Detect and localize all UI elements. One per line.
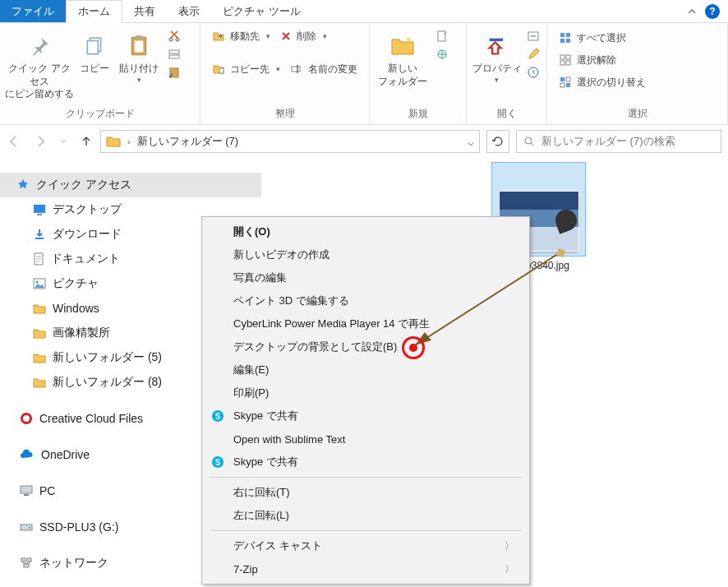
- svg-rect-41: [21, 558, 25, 562]
- svg-rect-10: [219, 68, 223, 73]
- copyto-icon: [212, 62, 225, 76]
- svg-text:S: S: [215, 458, 221, 467]
- newfolder-button[interactable]: 新しい フォルダー: [375, 26, 431, 88]
- invertselect-icon: [559, 76, 572, 89]
- history-icon[interactable]: [525, 64, 541, 81]
- paste-icon: [128, 30, 150, 62]
- ctx-rotate-left[interactable]: 左に回転(L): [204, 504, 528, 527]
- sidebar-item-label: 画像精製所: [53, 326, 110, 340]
- invertselect-label: 選択の切り替え: [577, 76, 646, 90]
- selectall-button[interactable]: すべて選択: [555, 28, 649, 48]
- tabs-bar: ファイル ホーム 共有 表示 ピクチャ ツール ?: [0, 0, 728, 23]
- edit-icon[interactable]: [525, 46, 541, 62]
- svg-rect-38: [24, 494, 29, 496]
- tab-share[interactable]: 共有: [122, 0, 167, 22]
- desktop-icon: [33, 204, 46, 215]
- svg-point-5: [169, 38, 173, 41]
- recent-dropdown-icon[interactable]: [59, 137, 67, 146]
- svg-rect-11: [292, 67, 300, 72]
- invertselect-button[interactable]: 選択の切り替え: [555, 72, 649, 92]
- ribbon: クイック アクセス にピン留めする コピー 貼り付け ▾ クリップ: [0, 23, 728, 125]
- svg-rect-8: [169, 55, 179, 58]
- refresh-button[interactable]: [486, 130, 509, 153]
- rename-label: 名前の変更: [308, 62, 357, 76]
- svg-rect-37: [21, 486, 32, 493]
- up-icon[interactable]: [79, 134, 94, 149]
- ctx-edit[interactable]: 編集(E): [204, 358, 528, 381]
- open-icon[interactable]: [525, 28, 541, 44]
- rename-button[interactable]: 名前の変更: [287, 59, 361, 79]
- selectnone-button[interactable]: 選択解除: [555, 50, 649, 70]
- properties-label: プロパティ: [472, 62, 522, 76]
- nav-row: › 新しいフォルダー (7) ⌵ 新しいフォルダー (7)の検索: [0, 125, 728, 158]
- tab-picture-tools[interactable]: ピクチャ ツール: [211, 0, 312, 22]
- sidebar-quickaccess[interactable]: クイック アクセス: [0, 173, 261, 197]
- sidebar-item-label: 新しいフォルダー (8): [53, 375, 162, 390]
- easyaccess-icon[interactable]: [434, 46, 450, 62]
- network-icon: [20, 557, 33, 569]
- tab-view[interactable]: 表示: [167, 0, 211, 22]
- svg-rect-14: [489, 39, 502, 42]
- svg-rect-7: [169, 50, 179, 53]
- organize-group-label: 整理: [205, 105, 364, 122]
- svg-rect-4: [135, 41, 144, 53]
- svg-rect-23: [560, 61, 564, 65]
- moveto-icon: [212, 30, 225, 43]
- back-icon[interactable]: [7, 134, 21, 149]
- svg-text:S: S: [215, 412, 221, 421]
- cc-icon: [20, 412, 33, 425]
- cut-icon[interactable]: [166, 28, 182, 44]
- dropdown-icon: ▾: [495, 76, 499, 86]
- search-box[interactable]: 新しいフォルダー (7)の検索: [516, 130, 721, 153]
- svg-rect-18: [566, 33, 570, 37]
- svg-rect-24: [566, 61, 570, 65]
- ctx-sublime[interactable]: Open with Sublime Text: [204, 428, 528, 451]
- copy-button[interactable]: コピー: [74, 26, 115, 76]
- search-placeholder: 新しいフォルダー (7)の検索: [541, 134, 675, 149]
- forward-icon[interactable]: [33, 134, 48, 149]
- delete-button[interactable]: 削除▾: [277, 26, 330, 46]
- breadcrumb-folder[interactable]: 新しいフォルダー (7): [137, 134, 239, 149]
- address-bar[interactable]: › 新しいフォルダー (7) ⌵: [100, 130, 480, 153]
- svg-rect-28: [566, 83, 570, 87]
- search-icon: [523, 136, 535, 147]
- tab-home[interactable]: ホーム: [66, 0, 122, 23]
- sidebar-item-label: ドキュメント: [51, 252, 120, 266]
- ctx-open[interactable]: 開く(O): [204, 220, 528, 243]
- ctx-7zip[interactable]: 7-Zip〉: [204, 557, 528, 580]
- paste-shortcut-icon[interactable]: [166, 64, 182, 81]
- properties-button[interactable]: プロパティ ▾: [472, 26, 522, 85]
- ctx-separator: [210, 477, 521, 478]
- moveto-label: 移動先: [230, 30, 260, 44]
- sidebar-item-label: ピクチャ: [53, 276, 99, 291]
- pin-quickaccess-button[interactable]: クイック アクセス にピン留めする: [5, 26, 74, 101]
- breadcrumb-chevron-icon[interactable]: ›: [127, 136, 131, 146]
- address-dropdown-icon[interactable]: ⌵: [468, 136, 474, 148]
- skype-icon: S: [210, 409, 225, 423]
- copyto-button[interactable]: コピー先▾: [209, 59, 283, 79]
- paste-button[interactable]: 貼り付け ▾: [115, 26, 163, 85]
- ctx-cast[interactable]: デバイス キャスト〉: [204, 534, 528, 557]
- ctx-skype2[interactable]: S Skype で共有: [204, 451, 528, 474]
- help-icon[interactable]: ?: [705, 4, 720, 19]
- copy-path-icon[interactable]: [166, 46, 182, 62]
- pin-icon: [28, 30, 51, 62]
- svg-rect-20: [566, 39, 570, 43]
- ctx-print[interactable]: 印刷(P): [204, 381, 528, 404]
- sidebar-item-label: SSD-PLU3 (G:): [39, 520, 118, 534]
- svg-rect-19: [560, 39, 564, 43]
- moveto-button[interactable]: 移動先▾: [209, 26, 274, 46]
- collapse-ribbon-icon[interactable]: [687, 7, 697, 16]
- tab-file[interactable]: ファイル: [0, 0, 66, 22]
- onedrive-icon: [20, 450, 35, 460]
- skype-icon: S: [210, 455, 225, 469]
- ctx-rotate-right[interactable]: 右に回転(T): [204, 481, 528, 504]
- dropdown-icon: ▾: [137, 76, 141, 86]
- svg-rect-43: [24, 564, 29, 567]
- properties-icon: [486, 30, 509, 62]
- newfolder-label: 新しい フォルダー: [378, 62, 427, 88]
- newitem-icon[interactable]: [434, 28, 450, 44]
- svg-rect-22: [566, 55, 570, 59]
- submenu-arrow-icon: 〉: [505, 562, 514, 576]
- ctx-skype1[interactable]: S Skype で共有: [204, 404, 528, 428]
